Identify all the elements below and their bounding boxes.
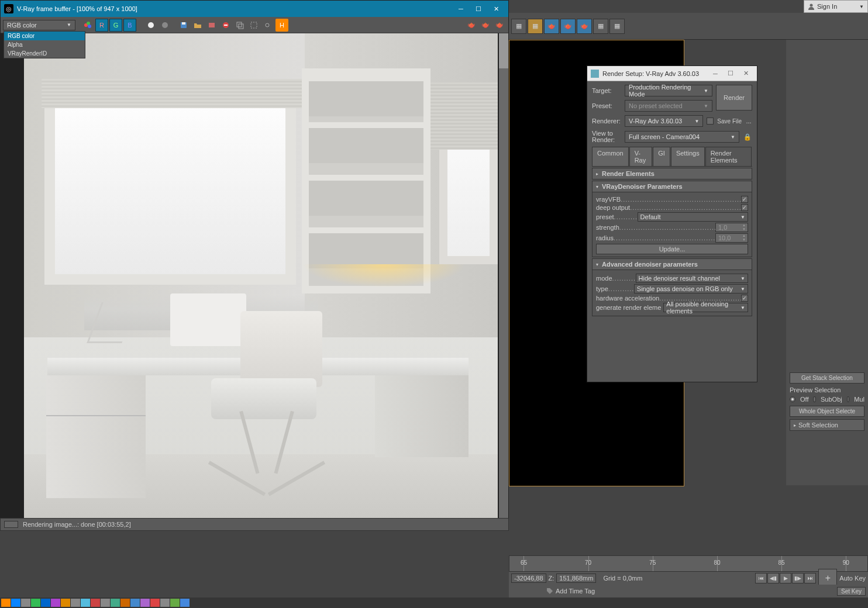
task-icon[interactable]: [21, 599, 30, 607]
goto-end-button[interactable]: ⏭: [804, 573, 816, 583]
r-channel-button[interactable]: R: [95, 19, 108, 32]
tab-vray[interactable]: V-Ray: [629, 147, 653, 166]
tab-gi[interactable]: GI: [653, 147, 670, 166]
maximize-button[interactable]: ☐: [470, 2, 487, 15]
rollout-advanced-denoiser[interactable]: ▾Advanced denoiser parameters: [592, 258, 752, 270]
close-button[interactable]: ✕: [738, 67, 753, 80]
target-dropdown[interactable]: Production Rendering Mode▼: [625, 85, 712, 96]
setkey-button[interactable]: Set Key: [837, 587, 866, 596]
tool-icon[interactable]: ▦: [511, 19, 526, 34]
radio-off[interactable]: [790, 396, 795, 402]
prev-frame-button[interactable]: ◀▮: [767, 573, 779, 583]
hw-checkbox[interactable]: [741, 295, 748, 302]
minimize-button[interactable]: ─: [452, 2, 470, 15]
radius-spinner[interactable]: 10,0▲▼: [715, 233, 748, 243]
savefile-checkbox[interactable]: [707, 118, 714, 125]
task-icon[interactable]: [1, 599, 11, 607]
task-icon[interactable]: [71, 599, 80, 607]
teapot-blue-icon[interactable]: 🫖: [493, 19, 506, 32]
task-icon[interactable]: [140, 599, 150, 607]
radio-mul[interactable]: [847, 396, 850, 402]
channel-option[interactable]: Alpha: [4, 40, 85, 49]
play-button[interactable]: ▶: [780, 573, 791, 583]
duplicate-icon[interactable]: [233, 19, 246, 32]
tool-icon[interactable]: ▦: [528, 19, 543, 34]
vfb-titlebar[interactable]: ◎ V-Ray frame buffer - [100% of 947 x 10…: [1, 1, 508, 17]
type-dropdown[interactable]: Single pass denoise on RGB only▼: [634, 284, 748, 293]
task-icon[interactable]: [120, 599, 130, 607]
gen-dropdown[interactable]: All possible denoising elements▼: [663, 303, 748, 312]
clear-icon[interactable]: [205, 19, 218, 32]
rollout-render-elements[interactable]: ▸Render Elements: [592, 168, 752, 179]
savefile-browse-button[interactable]: ...: [745, 118, 752, 125]
rollout-denoiser-params[interactable]: ▾VRayDenoiser Parameters: [592, 181, 752, 192]
task-icon[interactable]: [81, 599, 90, 607]
tool-icon[interactable]: ▦: [609, 19, 625, 34]
teapot-icon[interactable]: 🫖: [577, 19, 592, 34]
task-icon[interactable]: [101, 599, 110, 607]
next-frame-button[interactable]: ▮▶: [792, 573, 804, 583]
tab-render-elements[interactable]: Render Elements: [705, 147, 752, 166]
goto-start-button[interactable]: ⏮: [755, 573, 767, 583]
render-button[interactable]: Render: [716, 85, 752, 110]
vrayvfb-checkbox[interactable]: [741, 196, 748, 203]
history-icon[interactable]: H: [275, 19, 288, 32]
preset-dropdown[interactable]: No preset selected▼: [625, 100, 712, 112]
minimize-button[interactable]: ─: [708, 67, 723, 80]
stop-icon[interactable]: [219, 19, 232, 32]
tab-settings[interactable]: Settings: [671, 147, 705, 166]
autokey-button[interactable]: Auto Key: [839, 575, 866, 582]
folder-icon[interactable]: [191, 19, 204, 32]
task-icon[interactable]: [180, 599, 190, 607]
task-icon[interactable]: [130, 599, 140, 607]
lock-icon[interactable]: 🔒: [743, 133, 752, 141]
radio-subobj[interactable]: [813, 396, 816, 402]
b-channel-button[interactable]: B: [123, 19, 136, 32]
task-icon[interactable]: [170, 599, 180, 607]
task-icon[interactable]: [111, 599, 120, 607]
scrollbar-thumb[interactable]: [499, 33, 508, 68]
viewto-dropdown[interactable]: Full screen - Camera004▼: [625, 131, 739, 143]
deep-checkbox[interactable]: [741, 204, 748, 211]
mono-white-icon[interactable]: [144, 19, 157, 32]
scrollbar-vertical[interactable]: [499, 33, 508, 528]
channel-dropdown[interactable]: RGB color ▼ RGB color Alpha VRayRenderID: [3, 20, 75, 30]
mode-dropdown[interactable]: Hide denoiser result channel▼: [636, 274, 748, 283]
mono-gray-icon[interactable]: [159, 19, 171, 32]
task-icon[interactable]: [150, 599, 160, 607]
channel-option[interactable]: VRayRenderID: [4, 49, 85, 58]
task-icon[interactable]: [51, 599, 60, 607]
soft-selection-rollout[interactable]: ▸Soft Selection: [790, 419, 864, 431]
maximize-button[interactable]: ☐: [723, 67, 738, 80]
task-icon[interactable]: [41, 599, 50, 607]
g-channel-button[interactable]: G: [109, 19, 122, 32]
task-icon[interactable]: [160, 599, 170, 607]
timeline-ruler[interactable]: 657075808590: [509, 555, 868, 572]
render-teapot-icon[interactable]: 🫖: [544, 19, 559, 34]
renderer-dropdown[interactable]: V-Ray Adv 3.60.03▼: [625, 115, 703, 127]
add-time-tag[interactable]: Add Time Tag: [556, 588, 595, 595]
save-icon[interactable]: [177, 19, 190, 32]
channel-option[interactable]: RGB color: [4, 32, 85, 40]
region-icon[interactable]: [247, 19, 260, 32]
teapot-gray-icon[interactable]: 🫖: [479, 19, 492, 32]
task-icon[interactable]: [31, 599, 40, 607]
teapot-icon[interactable]: 🫖: [560, 19, 576, 34]
strength-spinner[interactable]: 1,0▲▼: [715, 223, 748, 232]
preset-dropdown[interactable]: Default▼: [638, 212, 748, 222]
tab-common[interactable]: Common: [592, 147, 629, 166]
tool-icon[interactable]: ▦: [593, 19, 608, 34]
get-stack-selection-button[interactable]: Get Stack Selection: [790, 372, 864, 384]
task-icon[interactable]: [61, 599, 70, 607]
teapot-green-icon[interactable]: 🫖: [465, 19, 478, 32]
whole-object-button[interactable]: Whole Object Selecte: [790, 406, 864, 417]
rgb-toggle-icon[interactable]: [81, 19, 94, 32]
timeline[interactable]: 657075808590: [509, 555, 868, 572]
signin-menu[interactable]: Sign In ▼: [804, 0, 868, 13]
vfb-viewport[interactable]: [1, 33, 508, 528]
link-icon[interactable]: [261, 19, 274, 32]
task-icon[interactable]: [11, 599, 20, 607]
render-setup-titlebar[interactable]: Render Setup: V-Ray Adv 3.60.03 ─ ☐ ✕: [587, 66, 757, 81]
close-button[interactable]: ✕: [487, 2, 505, 15]
task-icon[interactable]: [91, 599, 100, 607]
